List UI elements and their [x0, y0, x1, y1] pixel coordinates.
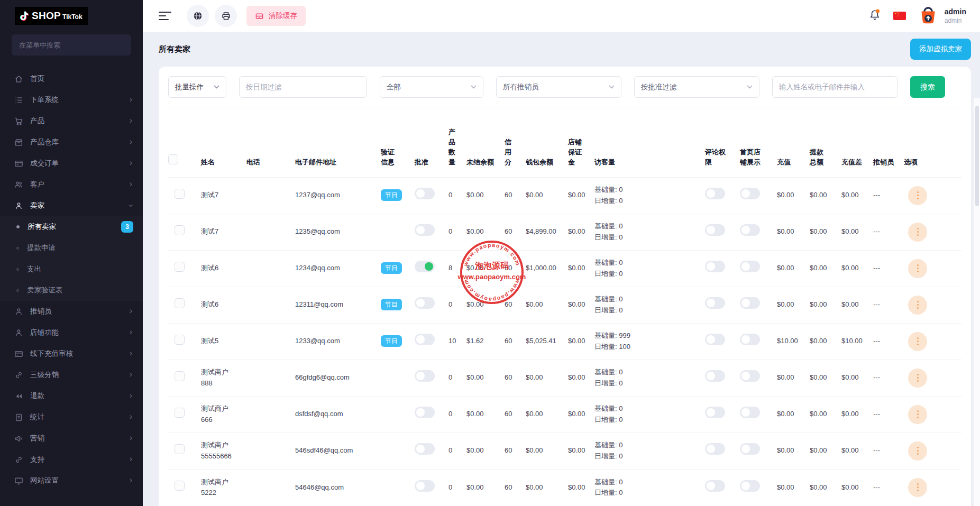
select-all-checkbox[interactable] [168, 154, 178, 164]
search-button[interactable]: 搜索 [910, 76, 945, 98]
sidebar-item-support[interactable]: 支持› [0, 449, 143, 470]
sidebar-toggle-icon[interactable] [159, 9, 172, 23]
sidebar-item-three-level-distribution[interactable]: 三级分销› [0, 364, 143, 385]
row-checkbox[interactable] [175, 225, 185, 235]
i [917, 380, 919, 382]
shop-tiktok-logo[interactable]: SHOP TikTok [15, 7, 88, 25]
scrollbar-track[interactable] [973, 98, 980, 506]
approve-toggle[interactable] [415, 370, 435, 382]
approve-toggle[interactable] [415, 443, 435, 455]
sidebar-item-home[interactable]: 首页 [0, 68, 143, 89]
comment-permission-toggle[interactable] [705, 297, 725, 309]
approval-filter-select[interactable]: 按批准过滤 [634, 76, 759, 98]
name-email-search-input[interactable] [772, 76, 897, 98]
home-display-toggle[interactable] [740, 188, 760, 199]
approve-toggle[interactable] [415, 188, 435, 199]
row-checkbox[interactable] [175, 444, 185, 454]
clear-cache-button[interactable]: 清除缓存 [246, 6, 306, 26]
home-display-toggle[interactable] [740, 297, 760, 309]
cell-products: 8 [448, 250, 466, 287]
approve-toggle[interactable] [415, 334, 435, 345]
home-display-toggle[interactable] [740, 407, 760, 418]
home-display-toggle[interactable] [740, 334, 760, 345]
row-checkbox[interactable] [175, 298, 185, 308]
comment-permission-toggle[interactable] [705, 261, 725, 272]
language-flag-cn[interactable] [893, 12, 906, 20]
sidebar-item-sellers[interactable]: 卖家› [0, 195, 143, 216]
sidebar-item-customers[interactable]: 客户› [0, 174, 143, 195]
cell-verify: 节目 [381, 177, 415, 214]
comment-permission-toggle[interactable] [705, 188, 725, 199]
row-options-button[interactable] [908, 441, 927, 461]
sidebar-item-shop-features[interactable]: 店铺功能› [0, 322, 143, 343]
row-options-button[interactable] [908, 332, 927, 351]
cell-products: 0 [448, 214, 466, 250]
approve-toggle[interactable] [415, 480, 435, 492]
sidebar-item-deal-orders[interactable]: 成交订单› [0, 153, 143, 174]
cell-wallet: $0.00 [526, 287, 568, 323]
bulk-actions-dropdown[interactable]: 批量操作 [168, 76, 226, 98]
comment-permission-toggle[interactable] [705, 407, 725, 418]
row-options-button[interactable] [908, 186, 927, 205]
language-globe-button[interactable] [187, 5, 209, 27]
sidebar-item-salesmen[interactable]: 推销员› [0, 301, 143, 322]
sidebar-item-product-warehouse[interactable]: 产品仓库› [0, 132, 143, 153]
cell-phone [246, 396, 295, 433]
row-options-button[interactable] [908, 296, 927, 315]
row-options-button[interactable] [908, 369, 927, 388]
menu-search-input[interactable] [12, 34, 131, 56]
sidebar-subitem[interactable]: 卖家验证表 [0, 280, 143, 301]
sidebar-item-offline-recharge-review[interactable]: 线下充值审核› [0, 343, 143, 364]
row-checkbox[interactable] [175, 371, 185, 381]
i [917, 344, 919, 345]
row-options-button[interactable] [908, 478, 927, 497]
status-filter-select[interactable]: 全部 [380, 76, 483, 98]
scrollbar-thumb[interactable] [975, 106, 979, 206]
comment-permission-toggle[interactable] [705, 370, 725, 382]
approve-toggle[interactable] [415, 297, 435, 309]
row-options-button[interactable] [908, 405, 927, 424]
sidebar-subitem[interactable]: 所有卖家3 [0, 216, 143, 237]
salesman-filter-select[interactable]: 所有推销员 [496, 76, 621, 98]
span [159, 12, 171, 13]
row-checkbox[interactable] [175, 481, 185, 491]
row-options-button[interactable] [908, 223, 927, 242]
sidebar-item-site-settings[interactable]: 网站设置› [0, 470, 143, 491]
sidebar-subitem[interactable]: 支出 [0, 259, 143, 280]
add-virtual-seller-button[interactable]: 添加虚拟卖家 [910, 39, 971, 60]
date-filter-input[interactable] [239, 76, 367, 98]
home-display-toggle[interactable] [740, 480, 760, 492]
home-display-toggle[interactable] [740, 443, 760, 455]
home-display-toggle[interactable] [740, 261, 760, 272]
printer-icon [221, 11, 231, 21]
home-display-toggle[interactable] [740, 370, 760, 382]
sidebar-item-refunds[interactable]: 退款› [0, 385, 143, 407]
sidebar-item-statistics[interactable]: 统计› [0, 407, 143, 428]
home-display-toggle[interactable] [740, 224, 760, 236]
approve-toggle[interactable] [415, 224, 435, 236]
row-checkbox[interactable] [175, 189, 185, 199]
notifications-button[interactable] [868, 8, 882, 23]
approve-toggle[interactable] [415, 407, 435, 418]
row-checkbox[interactable] [175, 408, 185, 418]
approve-toggle[interactable] [415, 261, 435, 272]
sidebar-item-products[interactable]: 产品› [0, 111, 143, 132]
user-menu[interactable]: admin admin [917, 5, 966, 27]
comment-permission-toggle[interactable] [705, 334, 725, 345]
print-button[interactable] [215, 5, 237, 27]
row-checkbox[interactable] [175, 335, 185, 345]
sidebar-subitem[interactable]: 提款申请 [0, 237, 143, 259]
chevron-right-icon: › [130, 412, 132, 421]
sidebar-item-order-system[interactable]: 下单系统› [0, 89, 143, 111]
comment-permission-toggle[interactable] [705, 480, 725, 492]
div: 信用分 [505, 137, 513, 168]
row-options-button[interactable] [908, 259, 927, 278]
row-checkbox[interactable] [175, 262, 185, 272]
comment-permission-toggle[interactable] [705, 443, 725, 455]
chevron-down-icon: › [126, 204, 135, 207]
sidebar-item-marketing[interactable]: 营销› [0, 428, 143, 449]
app-root: SHOP TikTok 首页下单系统›产品›产品仓库›成交订单›客户›卖家›所有… [0, 0, 980, 506]
cart-icon [14, 117, 23, 126]
chevron-right-icon: › [130, 391, 132, 400]
comment-permission-toggle[interactable] [705, 224, 725, 236]
